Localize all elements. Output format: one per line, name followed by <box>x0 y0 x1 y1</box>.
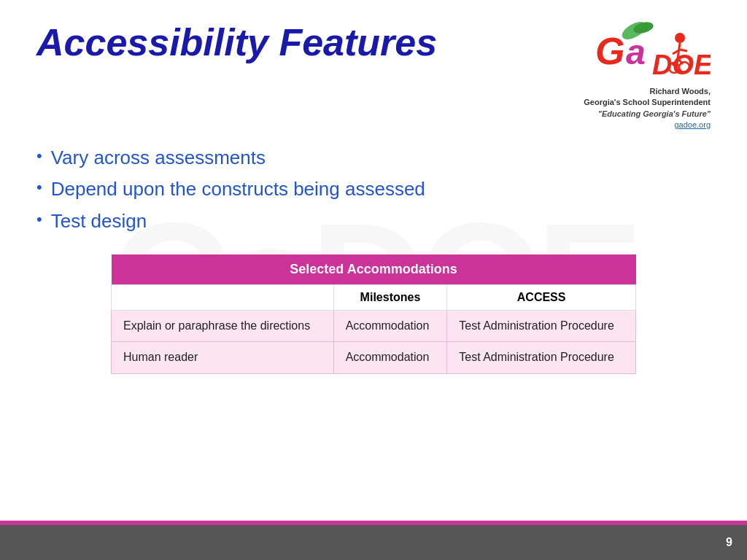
bullet-icon: • <box>36 177 42 198</box>
logo-area: G a DOE Richard Woods, <box>584 22 711 131</box>
page-title: Accessibility Features <box>36 22 437 63</box>
table-col-header-row: Milestones ACCESS <box>112 284 636 310</box>
col-header-milestones: Milestones <box>333 284 447 310</box>
bullet-icon: • <box>36 146 42 167</box>
col-header-feature <box>112 284 334 310</box>
accommodations-table: Selected Accommodations Milestones ACCES… <box>111 254 636 374</box>
row1-milestones: Accommodation <box>333 310 447 341</box>
row1-access: Test Administration Procedure <box>447 310 636 341</box>
col-header-access: ACCESS <box>447 284 636 310</box>
logo-quote: "Educating Georgia's Future" <box>584 109 711 120</box>
logo-superintendent: Georgia's School Superintendent <box>584 97 711 108</box>
list-item: • Vary across assessments <box>36 146 711 171</box>
row1-feature: Explain or paraphrase the directions <box>112 310 334 341</box>
svg-text:a: a <box>626 33 646 71</box>
page-number: 9 <box>726 536 732 549</box>
list-item: • Depend upon the constructs being asses… <box>36 177 711 202</box>
bullet-icon: • <box>36 209 42 230</box>
table-row: Human reader Accommodation Test Administ… <box>112 342 636 373</box>
logo-website[interactable]: gadoe.org <box>584 120 711 131</box>
svg-text:DOE: DOE <box>652 50 711 80</box>
svg-point-4 <box>675 33 685 43</box>
table-row: Explain or paraphrase the directions Acc… <box>112 310 636 341</box>
table-main-header: Selected Accommodations <box>112 254 636 285</box>
table-header-row: Selected Accommodations <box>112 254 636 285</box>
row2-feature: Human reader <box>112 342 334 373</box>
logo-text: Richard Woods, Georgia's School Superint… <box>584 86 711 131</box>
accommodations-table-container: Selected Accommodations Milestones ACCES… <box>111 254 636 374</box>
logo-name: Richard Woods, <box>584 86 711 97</box>
gadoe-logo: G a DOE <box>594 22 711 80</box>
svg-text:G: G <box>595 30 624 72</box>
bullet-list: • Vary across assessments • Depend upon … <box>36 146 711 234</box>
bullet-text: Test design <box>51 209 147 234</box>
bullet-text: Depend upon the constructs being assesse… <box>51 177 425 202</box>
list-item: • Test design <box>36 209 711 234</box>
row2-access: Test Administration Procedure <box>447 342 636 373</box>
footer-bar: 9 <box>0 525 747 560</box>
bullet-text: Vary across assessments <box>51 146 266 171</box>
row2-milestones: Accommodation <box>333 342 447 373</box>
slide: GaDOE Accessibility Features G a <box>0 0 747 560</box>
header: Accessibility Features G a <box>36 22 711 131</box>
